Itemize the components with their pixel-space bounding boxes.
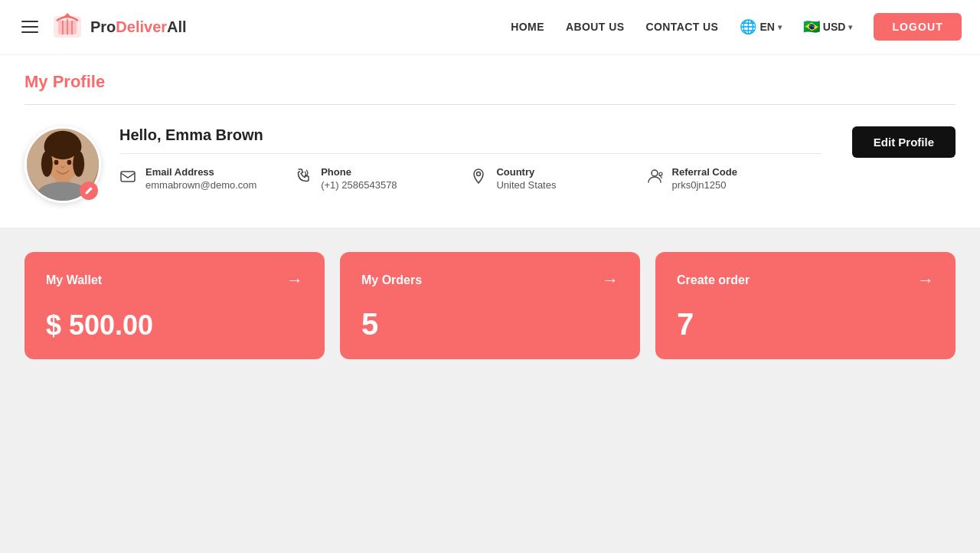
create-order-card[interactable]: Create order → 7 — [655, 252, 956, 359]
orders-card-value: 5 — [361, 307, 619, 341]
navbar-left: ProDeliverAll — [18, 10, 511, 44]
logout-button[interactable]: LOGOUT — [874, 13, 962, 41]
wallet-card[interactable]: My Wallet → $ 500.00 — [24, 252, 325, 359]
orders-card[interactable]: My Orders → 5 — [340, 252, 640, 359]
nav-about[interactable]: ABOUT US — [566, 21, 624, 33]
email-icon — [119, 168, 136, 185]
divider — [24, 104, 956, 105]
language-selector[interactable]: 🌐 EN ▾ — [740, 18, 781, 35]
referral-text: Referral Code prks0jn1250 — [672, 166, 737, 191]
svg-point-5 — [47, 136, 78, 159]
country-field: Country United States — [470, 166, 645, 191]
hamburger-menu[interactable] — [18, 18, 41, 36]
profile-info: Hello, Emma Brown Email Address emmabrow… — [119, 126, 822, 191]
create-order-card-header: Create order → — [677, 270, 934, 290]
svg-point-7 — [73, 151, 84, 177]
create-order-card-value: 7 — [677, 307, 934, 341]
country-text: Country United States — [496, 166, 556, 191]
phone-icon — [295, 168, 312, 185]
nav-home[interactable]: HOME — [511, 21, 544, 33]
email-text: Email Address emmabrown@demo.com — [145, 166, 256, 191]
svg-point-11 — [67, 160, 72, 165]
phone-field: Phone (+1) 2586543578 — [295, 166, 470, 191]
location-icon — [470, 168, 487, 185]
currency-flag: 🇧🇷 — [803, 18, 820, 35]
logo-icon — [51, 10, 84, 44]
page-title: My Profile — [24, 72, 956, 92]
svg-point-10 — [54, 160, 59, 165]
currency-caret: ▾ — [848, 23, 852, 31]
edit-pencil-icon — [84, 186, 93, 195]
svg-point-6 — [41, 151, 53, 177]
language-caret: ▾ — [778, 23, 782, 31]
cards-section: My Wallet → $ 500.00 My Orders → 5 Creat… — [0, 227, 980, 384]
wallet-card-header: My Wallet → — [46, 270, 303, 290]
page-content: My Profile — [0, 54, 980, 227]
svg-point-15 — [659, 172, 662, 175]
profile-fields: Email Address emmabrown@demo.com P — [119, 166, 822, 191]
profile-section: Hello, Emma Brown Email Address emmabrow… — [24, 126, 956, 203]
svg-point-14 — [652, 170, 658, 176]
wallet-card-title: My Wallet — [46, 273, 102, 287]
logo[interactable]: ProDeliverAll — [51, 10, 187, 44]
svg-point-13 — [477, 172, 481, 176]
orders-card-header: My Orders → — [361, 270, 619, 290]
currency-code: USD — [823, 21, 846, 33]
phone-text: Phone (+1) 2586543578 — [321, 166, 397, 191]
create-order-card-title: Create order — [677, 273, 750, 287]
avatar-edit-button[interactable] — [80, 182, 98, 200]
orders-arrow-icon: → — [602, 270, 619, 290]
email-field: Email Address emmabrown@demo.com — [119, 166, 295, 191]
currency-selector[interactable]: 🇧🇷 USD ▾ — [803, 18, 853, 35]
wallet-card-value: $ 500.00 — [46, 310, 303, 341]
avatar-wrapper — [24, 126, 101, 203]
navbar: ProDeliverAll HOME ABOUT US CONTACT US 🌐… — [0, 0, 980, 54]
create-order-arrow-icon: → — [917, 270, 934, 290]
edit-profile-button[interactable]: Edit Profile — [852, 126, 956, 158]
wallet-arrow-icon: → — [286, 270, 303, 290]
referral-field: Referral Code prks0jn1250 — [646, 166, 822, 191]
logo-text: ProDeliverAll — [90, 18, 187, 36]
svg-rect-12 — [121, 172, 135, 182]
referral-icon — [646, 168, 663, 185]
nav-contact[interactable]: CONTACT US — [645, 21, 718, 33]
language-code: EN — [760, 21, 774, 33]
orders-card-title: My Orders — [361, 273, 422, 287]
profile-greeting: Hello, Emma Brown — [119, 126, 822, 154]
language-flag: 🌐 — [740, 18, 756, 35]
navbar-right: HOME ABOUT US CONTACT US 🌐 EN ▾ 🇧🇷 USD ▾… — [511, 13, 962, 41]
